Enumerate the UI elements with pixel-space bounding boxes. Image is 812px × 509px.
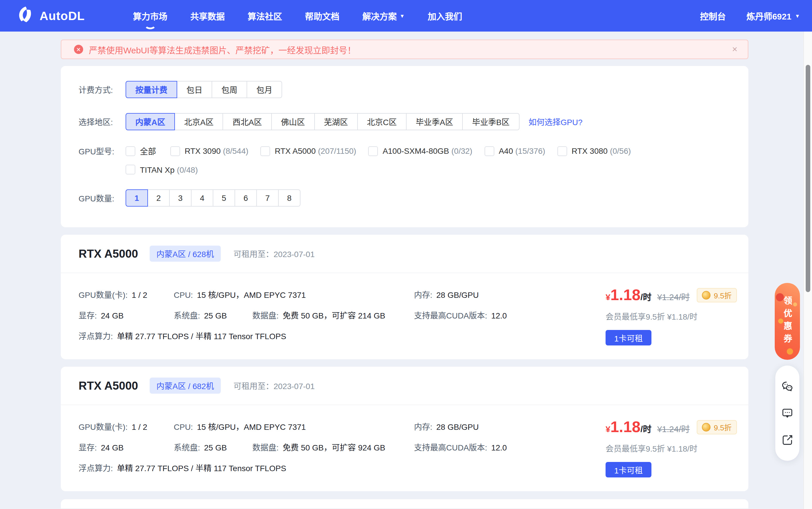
nav-item-compute-market[interactable]: 算力市场 [133, 6, 168, 25]
gpu-model-a40[interactable]: A40 (15/376) [484, 146, 545, 156]
nav-item-solutions[interactable]: 解决方案 ▼ [362, 6, 405, 25]
gpu-card-title: RTX A5000 [79, 247, 138, 260]
region-machine-badge: 内蒙A区 / 628机 [150, 246, 221, 262]
spec-vram: 显存: 24 GB [79, 442, 174, 453]
price-unit: /时 [640, 422, 652, 434]
region-option-biyeji-b[interactable]: 毕业季B区 [463, 113, 520, 130]
spec-cpu: CPU: 15 核/GPU，AMD EPYC 7371 [174, 421, 414, 433]
coupon-float-button[interactable]: 领优惠券 [775, 283, 800, 360]
gpu-count-3[interactable]: 3 [169, 190, 191, 207]
main-nav: 算力市场 共享数据 算法社区 帮助文档 解决方案 ▼ 加入我们 [133, 6, 462, 25]
coin-icon [702, 423, 710, 432]
spec-memory: 内存: 28 GB/GPU [414, 421, 479, 433]
gpu-help-link[interactable]: 如何选择GPU? [528, 116, 582, 127]
region-option-beijing-c[interactable]: 北京C区 [357, 113, 407, 130]
gpu-model-titanxp[interactable]: TITAN Xp (0/48) [125, 165, 198, 174]
billing-option-weekly[interactable]: 包周 [212, 81, 247, 98]
gpu-model-a100[interactable]: A100-SXM4-80GB (0/32) [368, 146, 472, 156]
checkbox-icon[interactable] [125, 165, 135, 174]
region-option-biyeji-a[interactable]: 毕业季A区 [406, 113, 463, 130]
gpu-count-1[interactable]: 1 [125, 190, 148, 207]
nav-item-shared-data[interactable]: 共享数据 [190, 6, 225, 25]
checkbox-icon[interactable] [557, 146, 567, 156]
nav-item-join-us[interactable]: 加入我们 [428, 6, 462, 25]
gpu-count-label: GPU数量: [79, 192, 119, 204]
region-option-foshan[interactable]: 佛山区 [271, 113, 315, 130]
brand[interactable]: AutoDL [16, 5, 85, 26]
app-root: AutoDL 算力市场 共享数据 算法社区 帮助文档 解决方案 ▼ 加入我们 [0, 0, 812, 509]
gpu-count-7[interactable]: 7 [256, 190, 279, 207]
availability-text: 可租用至：2023-07-01 [233, 380, 315, 392]
region-option-neimeng-a[interactable]: 内蒙A区 [125, 113, 175, 130]
feedback-icon[interactable] [781, 407, 793, 419]
gpu-model-rtx3080[interactable]: RTX 3080 (0/56) [557, 146, 631, 156]
spec-data-disk: 数据盘: 免费 50 GB，可扩容 924 GB [252, 442, 414, 453]
gpu-card-title: RTX A5000 [79, 379, 138, 392]
region-filter-row: 选择地区: 内蒙A区 北京A区 西北A区 佛山区 芜湖区 北京C区 毕业季A区 … [79, 113, 731, 130]
gpu-count-2[interactable]: 2 [147, 190, 170, 207]
spec-system-disk: 系统盘: 25 GB [174, 310, 252, 321]
nav-item-algo-community[interactable]: 算法社区 [248, 6, 282, 25]
rent-button[interactable]: 1卡可租 [605, 462, 652, 477]
spec-cuda: 支持最高CUDA版本: 12.0 [414, 310, 507, 321]
gpu-count-6[interactable]: 6 [234, 190, 257, 207]
price-block: ¥ 1.18 /时 ¥1.24/时 9.5折 会员最低享9.5折 ¥1.18/时… [605, 287, 744, 345]
decor-circle [776, 293, 784, 301]
active-indicator-arc [144, 20, 156, 29]
scrollbar-track[interactable] [803, 32, 812, 509]
spec-cpu: CPU: 15 核/GPU，AMD EPYC 7371 [174, 289, 414, 301]
gpu-count-5[interactable]: 5 [213, 190, 235, 207]
gpu-model-label: GPU型号: [79, 145, 119, 157]
spec-data-disk: 数据盘: 免费 50 GB，可扩容 214 GB [252, 310, 414, 321]
billing-option-payg[interactable]: 按量计费 [125, 81, 177, 98]
gpu-model-rtx3090[interactable]: RTX 3090 (8/544) [170, 146, 248, 156]
gpu-count-8[interactable]: 8 [278, 190, 300, 207]
console-link[interactable]: 控制台 [700, 10, 726, 22]
gpu-model-rtxa5000[interactable]: RTX A5000 (207/1150) [260, 146, 356, 156]
checkbox-icon[interactable] [125, 146, 135, 156]
gpu-card: RTX A5000 内蒙A区 / 628机 可租用至：2023-07-01 GP… [61, 235, 748, 359]
gpu-count-4[interactable]: 4 [191, 190, 213, 207]
spec-vram: 显存: 24 GB [79, 310, 174, 321]
member-price-note: 会员最低享9.5折 ¥1.18/时 [605, 442, 744, 454]
page-content: ✕ 严禁使用WebUI等算法生成违禁图片、严禁挖矿，一经发现立即封号！ × 计费… [61, 32, 748, 508]
gpu-model-options: 全部 RTX 3090 (8/544) RTX A5000 (207/1150) [125, 145, 631, 157]
availability-text: 可租用至：2023-07-01 [233, 248, 315, 259]
error-circle-icon: ✕ [74, 45, 83, 54]
nav-item-help-docs[interactable]: 帮助文档 [305, 6, 339, 25]
warning-text: 严禁使用WebUI等算法生成违禁图片、严禁挖矿，一经发现立即封号！ [89, 43, 356, 55]
wechat-icon[interactable] [781, 380, 793, 393]
nav-right: 控制台 炼丹师6921 ▼ [700, 0, 800, 32]
discount-badge: 9.5折 [697, 288, 737, 302]
gpu-card-partial [61, 499, 748, 508]
gpu-model-all[interactable]: 全部 [125, 145, 158, 157]
spec-gpu-per-unit: GPU数量(卡): 1 / 2 [79, 289, 174, 301]
checkbox-icon[interactable] [170, 146, 180, 156]
rent-button[interactable]: 1卡可租 [605, 330, 652, 345]
user-menu[interactable]: 炼丹师6921 ▼ [746, 10, 800, 22]
price-currency: ¥ [605, 424, 611, 434]
chevron-down-icon: ▼ [795, 13, 800, 19]
checkbox-icon[interactable] [368, 146, 378, 156]
floating-toolbar [775, 366, 799, 461]
scrollbar-thumb[interactable] [806, 65, 810, 292]
discount-badge: 9.5折 [697, 420, 737, 434]
filter-panel: 计费方式: 按量计费 包日 包周 包月 选择地区: 内蒙A区 北京A区 西北A区… [61, 66, 748, 227]
price-amount: 1.18 [611, 287, 640, 303]
compose-icon[interactable] [781, 434, 793, 446]
coin-icon [702, 291, 710, 300]
spec-system-disk: 系统盘: 25 GB [174, 442, 252, 453]
billing-option-daily[interactable]: 包日 [177, 81, 212, 98]
billing-label: 计费方式: [79, 84, 119, 95]
region-option-xibei-a[interactable]: 西北A区 [223, 113, 272, 130]
close-icon[interactable]: × [732, 45, 737, 54]
checkbox-icon[interactable] [484, 146, 494, 156]
gpu-model-filter-row-2: TITAN Xp (0/48) [79, 165, 731, 174]
checkbox-icon[interactable] [260, 146, 270, 156]
billing-option-monthly[interactable]: 包月 [247, 81, 282, 98]
billing-options-group: 按量计费 包日 包周 包月 [125, 81, 282, 98]
region-label: 选择地区: [79, 116, 119, 127]
region-option-beijing-a[interactable]: 北京A区 [174, 113, 223, 130]
region-option-wuhu[interactable]: 芜湖区 [314, 113, 358, 130]
price-original: ¥1.24/时 [657, 422, 690, 434]
